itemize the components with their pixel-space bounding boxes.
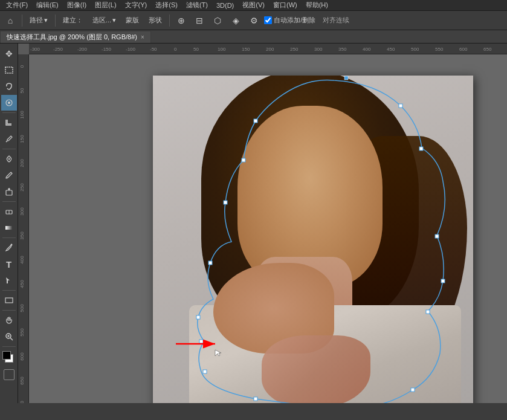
toolbar-sep-3 xyxy=(169,15,170,27)
tool-icon-4[interactable]: ◈ xyxy=(228,13,244,28)
auto-add-checkbox[interactable] xyxy=(264,16,272,24)
tool-icon-1[interactable]: ⊕ xyxy=(173,13,189,28)
selection-label: 选区... xyxy=(92,16,111,25)
shape-label: 形状 xyxy=(149,16,162,25)
zoom-tool-btn[interactable] xyxy=(1,329,17,344)
marquee-tool-btn[interactable] xyxy=(1,62,17,78)
mask-label: 蒙版 xyxy=(126,16,139,25)
svg-text:350: 350 xyxy=(338,47,347,52)
document-tab[interactable]: 快速选择工具.jpg @ 200% (图层 0, RGB/8#) × xyxy=(0,31,151,43)
quick-mask-btn[interactable] xyxy=(4,369,15,380)
svg-rect-8 xyxy=(5,226,13,230)
align-label: 对齐连续 xyxy=(323,16,349,25)
svg-text:550: 550 xyxy=(435,47,444,52)
horizontal-ruler: -300 -250 -200 -150 -100 -50 0 50 100 15… xyxy=(29,44,507,54)
tool-sep-5 xyxy=(2,290,16,291)
gradient-tool-btn[interactable] xyxy=(1,220,17,236)
auto-add-checkbox-wrap[interactable]: 自动添加/删除 xyxy=(264,16,315,25)
left-toolbar: ✥ xyxy=(0,44,18,403)
home-button[interactable]: ⌂ xyxy=(2,13,18,28)
svg-text:50: 50 xyxy=(19,88,25,93)
tool-sep-6 xyxy=(2,310,16,311)
svg-text:300: 300 xyxy=(19,207,25,216)
healing-tool-btn[interactable] xyxy=(1,151,17,167)
path-button[interactable]: 路径 ▾ xyxy=(26,13,51,28)
lasso-tool-btn[interactable] xyxy=(1,79,17,94)
brush-tool-btn[interactable] xyxy=(1,167,17,183)
auto-add-label: 自动添加/删除 xyxy=(274,16,315,25)
tab-bar: 快速选择工具.jpg @ 200% (图层 0, RGB/8#) × xyxy=(0,30,507,44)
path-label: 路径 xyxy=(30,16,43,25)
toolbar-sep-2 xyxy=(55,15,56,27)
tool-sep-1 xyxy=(2,112,16,113)
tool-icon-2[interactable]: ⊟ xyxy=(192,13,207,28)
menu-help[interactable]: 帮助(H) xyxy=(302,0,332,10)
foreground-color-swatch[interactable] xyxy=(2,351,11,360)
svg-text:650: 650 xyxy=(483,47,492,52)
svg-rect-0 xyxy=(5,67,13,73)
mask-button[interactable]: 蒙版 xyxy=(122,13,143,28)
move-tool-btn[interactable]: ✥ xyxy=(1,46,17,62)
toolbar: ⌂ 路径 ▾ 建立： 选区... ▾ 蒙版 形状 ⊕ ⊟ ⬡ ◈ ⚙ 自动添加/… xyxy=(0,11,507,30)
svg-text:400: 400 xyxy=(363,47,371,52)
svg-text:600: 600 xyxy=(19,352,25,361)
menu-image[interactable]: 图像(I) xyxy=(63,0,90,10)
menu-select[interactable]: 选择(S) xyxy=(152,0,181,10)
path-dropdown-icon: ▾ xyxy=(44,16,48,24)
svg-rect-5 xyxy=(6,190,12,195)
menu-window[interactable]: 窗口(W) xyxy=(270,0,301,10)
svg-text:450: 450 xyxy=(19,280,25,288)
svg-text:200: 200 xyxy=(266,47,274,52)
svg-text:100: 100 xyxy=(19,111,25,119)
tool-icon-3[interactable]: ⬡ xyxy=(210,13,225,28)
tab-close-button[interactable]: × xyxy=(141,34,144,40)
tab-filename: 快速选择工具.jpg @ 200% (图层 0, RGB/8#) xyxy=(7,33,137,42)
svg-point-9 xyxy=(10,244,12,246)
tool-sep-2 xyxy=(2,149,16,149)
shape-tool-btn[interactable] xyxy=(1,292,17,308)
workspace[interactable] xyxy=(29,54,507,403)
svg-text:-200: -200 xyxy=(77,47,88,52)
svg-text:450: 450 xyxy=(387,47,395,52)
menu-type[interactable]: 文字(Y) xyxy=(121,0,151,10)
svg-text:500: 500 xyxy=(19,304,25,312)
shape-button[interactable]: 形状 xyxy=(145,13,166,28)
main-area: ✥ xyxy=(0,44,507,403)
document-canvas xyxy=(153,76,473,403)
svg-text:250: 250 xyxy=(19,183,25,192)
photo-background xyxy=(153,76,473,403)
eraser-tool-btn[interactable] xyxy=(1,204,17,219)
clone-tool-btn[interactable] xyxy=(1,184,17,199)
quick-select-tool-btn[interactable] xyxy=(1,95,17,111)
selection-button[interactable]: 选区... ▾ xyxy=(89,13,120,28)
svg-text:300: 300 xyxy=(314,47,323,52)
cursor-indicator xyxy=(213,348,223,360)
path-select-tool-btn[interactable] xyxy=(1,273,17,288)
tool-icon-5[interactable]: ⚙ xyxy=(246,13,262,28)
svg-text:150: 150 xyxy=(19,135,25,143)
svg-text:0: 0 xyxy=(174,47,177,52)
tool-sep-3 xyxy=(2,201,16,202)
menu-3d[interactable]: 3D(D) xyxy=(213,1,237,10)
menu-layer[interactable]: 图层(L) xyxy=(91,0,120,10)
crop-tool-btn[interactable] xyxy=(1,115,17,131)
pen-tool-btn[interactable] xyxy=(1,240,17,256)
svg-line-12 xyxy=(10,338,13,340)
eyedropper-tool-btn[interactable] xyxy=(1,131,17,147)
canvas-area[interactable]: -300 -250 -200 -150 -100 -50 0 50 100 15… xyxy=(18,44,507,403)
svg-text:700: 700 xyxy=(19,401,25,403)
svg-rect-36 xyxy=(18,54,29,403)
svg-text:50: 50 xyxy=(193,47,199,52)
menu-filter[interactable]: 滤镜(T) xyxy=(182,0,212,10)
svg-text:100: 100 xyxy=(218,47,226,52)
menu-edit[interactable]: 编辑(E) xyxy=(33,0,62,10)
hands-area xyxy=(262,335,370,403)
tool-sep-4 xyxy=(2,237,16,238)
menu-file[interactable]: 文件(F) xyxy=(2,0,31,10)
menu-view[interactable]: 视图(V) xyxy=(239,0,268,10)
type-tool-btn[interactable]: T xyxy=(1,256,17,272)
hand-tool-btn[interactable] xyxy=(1,312,17,328)
toolbar-sep-1 xyxy=(22,15,22,27)
quick-mask-area xyxy=(1,369,17,381)
svg-text:600: 600 xyxy=(459,47,468,52)
